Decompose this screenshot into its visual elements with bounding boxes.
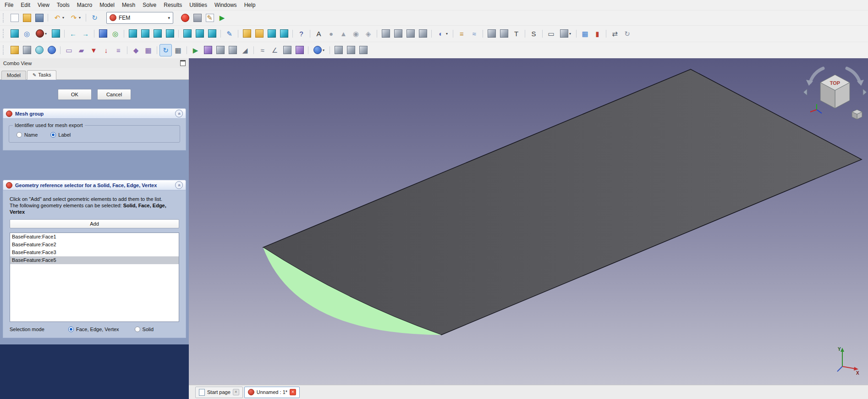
menu-item[interactable]: Windows bbox=[211, 0, 241, 10]
shape-builder-icon[interactable]: ◈ bbox=[362, 28, 374, 40]
post-cut-function-icon[interactable]: ◢ bbox=[239, 44, 251, 56]
thermometer-icon[interactable]: ▮ bbox=[591, 28, 604, 40]
sync-selection-icon[interactable]: ◎ bbox=[109, 28, 121, 40]
post-pipeline-icon[interactable]: ▶ bbox=[189, 44, 202, 56]
section-plane-icon[interactable]: ≈ bbox=[468, 28, 480, 40]
menu-item[interactable]: View bbox=[34, 0, 53, 10]
document-tab[interactable]: Start page × bbox=[195, 387, 243, 398]
view-previous-icon[interactable]: ← bbox=[67, 28, 79, 40]
toolbar-grip[interactable] bbox=[3, 45, 5, 55]
menu-item[interactable]: Results bbox=[160, 0, 186, 10]
boolean-union-icon[interactable] bbox=[379, 28, 392, 40]
close-tab-button[interactable]: × bbox=[290, 389, 296, 395]
whats-this-icon[interactable]: ? bbox=[295, 28, 308, 40]
measure-linear-icon[interactable]: ▭ bbox=[545, 28, 557, 40]
compound-icon[interactable] bbox=[417, 28, 429, 40]
document-tab[interactable]: Unnamed : 1* × bbox=[244, 387, 300, 398]
fem-examples-icon[interactable] bbox=[332, 44, 345, 56]
torus-icon[interactable]: ◉ bbox=[350, 28, 362, 40]
post-data-at-point-icon[interactable]: ≈ bbox=[256, 44, 269, 56]
file-new-icon[interactable] bbox=[8, 11, 21, 24]
fem-constraint-force-icon[interactable]: ↓ bbox=[100, 44, 112, 56]
bounding-box-icon[interactable] bbox=[49, 28, 62, 40]
view-rear-icon[interactable] bbox=[181, 28, 193, 40]
transform-icon[interactable] bbox=[498, 28, 510, 40]
fem-analysis-icon[interactable] bbox=[8, 44, 21, 56]
post-warp-icon[interactable] bbox=[202, 44, 214, 56]
view-right-icon[interactable] bbox=[164, 28, 176, 40]
menu-item[interactable]: Edit bbox=[17, 0, 34, 10]
undo-icon[interactable]: ↶ bbox=[50, 11, 67, 24]
create-group-icon[interactable] bbox=[253, 28, 265, 40]
refresh-icon[interactable]: ↻ bbox=[88, 11, 101, 24]
view-next-icon[interactable]: → bbox=[79, 28, 92, 40]
alignment-icon[interactable]: T bbox=[510, 28, 522, 40]
radio-option[interactable]: Solid bbox=[135, 327, 154, 332]
radio-option[interactable]: Face, Edge, Vertex bbox=[68, 327, 119, 332]
rotate-ccw-arrow-icon[interactable] bbox=[810, 68, 823, 82]
make-link-group-icon[interactable] bbox=[278, 28, 290, 40]
fem-constraint-pressure-icon[interactable]: ≡ bbox=[112, 44, 125, 56]
file-open-icon[interactable] bbox=[21, 11, 33, 24]
list-item[interactable]: BaseFeature:Face5 bbox=[10, 256, 179, 264]
fem-mesh-refresh-icon[interactable]: ↻ bbox=[159, 44, 172, 56]
pan-left-arrow-icon[interactable] bbox=[803, 89, 807, 95]
create-part-icon[interactable] bbox=[241, 28, 253, 40]
cone-icon[interactable]: ▲ bbox=[337, 28, 350, 40]
fem-constraint-displacement-icon[interactable]: ◆ bbox=[130, 44, 142, 56]
view-fit-selection-icon[interactable]: ◎ bbox=[21, 28, 33, 40]
solver-icon[interactable]: S bbox=[527, 28, 540, 40]
file-save-icon[interactable] bbox=[33, 11, 45, 24]
fem-mesh-netgen-icon[interactable]: ▦ bbox=[142, 44, 154, 56]
radio-option[interactable]: Label bbox=[50, 132, 71, 138]
geometry-reference-list[interactable]: BaseFeature:Face1BaseFeature:Face2BaseFe… bbox=[10, 233, 179, 322]
cancel-button[interactable]: Cancel bbox=[97, 89, 131, 100]
menu-item[interactable]: Solve bbox=[139, 0, 160, 10]
cross-sections-icon[interactable]: ≡ bbox=[456, 28, 468, 40]
toolbar-grip[interactable] bbox=[3, 29, 5, 38]
macro-edit-icon[interactable]: ✎ bbox=[203, 11, 216, 24]
dependency-refresh-icon[interactable]: ↻ bbox=[621, 28, 633, 40]
annotation-text-icon[interactable]: A bbox=[313, 28, 325, 40]
menu-item[interactable]: Tools bbox=[53, 0, 73, 10]
add-button[interactable]: Add bbox=[10, 219, 179, 228]
fem-material-solid-icon[interactable] bbox=[33, 44, 45, 56]
post-clip-icon[interactable] bbox=[214, 44, 226, 56]
close-tab-button[interactable]: × bbox=[233, 389, 239, 395]
menu-item[interactable]: Help bbox=[241, 0, 259, 10]
combo-view-tab[interactable]: Model bbox=[1, 71, 26, 80]
clipping-plane-icon[interactable]: ◐ bbox=[434, 28, 450, 40]
macro-stop-icon[interactable] bbox=[191, 11, 203, 24]
redo-icon[interactable]: ↷ bbox=[67, 11, 83, 24]
post-linearized-stresses-icon[interactable]: ∠ bbox=[269, 44, 281, 56]
panel-float-button[interactable] bbox=[180, 60, 186, 66]
menu-item[interactable]: Utilities bbox=[186, 0, 211, 10]
list-item[interactable]: BaseFeature:Face3 bbox=[10, 249, 179, 256]
toolbar-grip[interactable] bbox=[3, 13, 5, 22]
ok-button[interactable]: OK bbox=[58, 89, 92, 100]
combo-view-tab[interactable]: ✎ Tasks bbox=[27, 70, 57, 80]
view-isometric-icon[interactable] bbox=[126, 28, 139, 40]
ellipsoid-icon[interactable]: ● bbox=[325, 28, 337, 40]
fem-mesh-display-icon[interactable] bbox=[345, 44, 357, 56]
spreadsheet-icon[interactable]: ▦ bbox=[579, 28, 591, 40]
post-filter-icon[interactable] bbox=[281, 44, 293, 56]
view-front-icon[interactable] bbox=[139, 28, 151, 40]
measure-3d-icon[interactable] bbox=[557, 28, 574, 40]
radio-option[interactable]: Name bbox=[16, 132, 38, 138]
make-link-icon[interactable] bbox=[265, 28, 278, 40]
post-function-icon[interactable] bbox=[293, 44, 306, 56]
fem-constraint-fixed-icon[interactable]: ▼ bbox=[88, 44, 100, 56]
macro-play-icon[interactable]: ▶ bbox=[216, 11, 228, 24]
macro-record-icon[interactable] bbox=[179, 11, 191, 24]
collapse-button[interactable] bbox=[175, 110, 183, 117]
link-navigate-icon[interactable] bbox=[97, 28, 109, 40]
menu-item[interactable]: Model bbox=[96, 0, 118, 10]
view-bottom-icon[interactable] bbox=[193, 28, 206, 40]
view-left-icon[interactable] bbox=[206, 28, 218, 40]
boolean-cut-icon[interactable] bbox=[392, 28, 404, 40]
collapse-button[interactable] bbox=[175, 181, 183, 189]
menu-item[interactable]: Mesh bbox=[118, 0, 139, 10]
fem-solver-icon[interactable] bbox=[21, 44, 33, 56]
fem-mesh-region-icon[interactable]: ▦ bbox=[172, 44, 184, 56]
